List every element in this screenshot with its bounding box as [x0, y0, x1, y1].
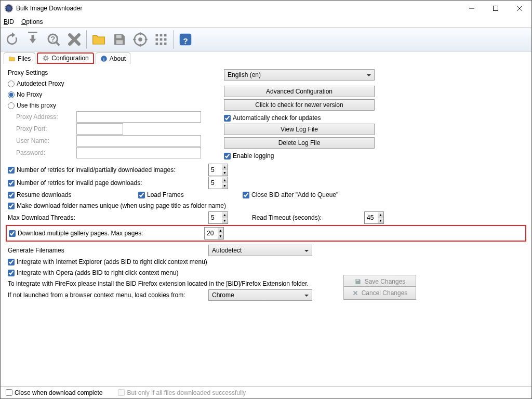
proxy-user-label: User Name: [16, 137, 73, 144]
max-threads-label: Max Download Threads: [8, 214, 205, 221]
maximize-button[interactable] [484, 1, 508, 16]
svg-text:?: ? [50, 34, 55, 43]
language-value: English (en) [228, 71, 261, 78]
cookies-select[interactable]: Chrome [208, 289, 312, 301]
spinner-max-pages[interactable]: ▲▼ [204, 227, 224, 240]
help-search-icon[interactable]: ? [44, 30, 63, 49]
check-close-after-queue[interactable]: Close BID after "Add to Queue" [243, 191, 338, 198]
language-select[interactable]: English (en) [224, 69, 375, 81]
cancel-changes-button[interactable]: Cancel Changes [343, 286, 416, 300]
proxy-password-input[interactable] [76, 147, 201, 158]
svg-rect-19 [160, 38, 163, 41]
folder-icon[interactable] [89, 30, 108, 49]
toolbar: ? ? [1, 28, 531, 51]
svg-text:i: i [103, 57, 104, 61]
tab-label: About [110, 55, 126, 62]
svg-line-34 [44, 59, 45, 60]
footer: Close when download complete But only if… [1, 386, 531, 398]
check-newer-button[interactable]: Click to check for newer version [224, 99, 375, 111]
gear-icon [42, 55, 49, 62]
check-resume[interactable]: Resume downloads [8, 191, 135, 198]
check-retries-images[interactable]: Number of retries for invalid/partially … [8, 166, 205, 174]
proxy-title: Proxy Settings [8, 69, 221, 76]
svg-rect-22 [160, 43, 163, 45]
titlebar[interactable]: Bulk Image Downloader [1, 1, 531, 16]
svg-line-5 [56, 42, 59, 45]
proxy-group: Proxy Settings Autodetect Proxy No Proxy… [8, 69, 221, 159]
check-loadframes[interactable]: Load Frames [138, 191, 240, 198]
svg-rect-1 [494, 6, 498, 11]
minimize-button[interactable] [460, 1, 484, 16]
proxy-user-input[interactable] [76, 135, 201, 147]
refresh-icon[interactable] [3, 30, 21, 49]
check-multi-gallery[interactable]: Download multiple gallery pages. Max pag… [9, 230, 204, 237]
tab-about[interactable]: i About [96, 52, 130, 64]
spinner-max-threads[interactable]: ▲▼ [208, 211, 228, 224]
cancel-icon [352, 290, 358, 296]
proxy-address-label: Proxy Address: [16, 113, 73, 121]
svg-rect-7 [116, 35, 122, 38]
config-panel: Proxy Settings Autodetect Proxy No Proxy… [1, 64, 531, 386]
check-integrate-opera[interactable]: Integrate with Opera (adds BID to right … [8, 269, 178, 276]
tab-label: Configuration [51, 55, 88, 62]
svg-line-33 [47, 56, 48, 57]
svg-rect-37 [356, 280, 359, 281]
svg-rect-8 [116, 40, 123, 44]
tabstrip: Files Configuration i About [1, 51, 531, 64]
check-only-all-files[interactable]: But only if all files downloaded success… [118, 389, 246, 396]
cancel-icon[interactable] [65, 30, 84, 49]
spinner-read-timeout[interactable]: ▲▼ [364, 211, 384, 224]
menubar: BID Options [1, 16, 531, 28]
svg-point-26 [44, 57, 47, 60]
svg-point-10 [138, 37, 142, 42]
generate-filenames-label: Generate Filenames [8, 247, 205, 254]
radio-autodetect-proxy[interactable]: Autodetect Proxy [8, 80, 64, 87]
spinner-retries-pages[interactable]: ▲▼ [208, 177, 228, 189]
tab-label: Files [18, 55, 31, 62]
generate-filenames-select[interactable]: Autodetect [208, 245, 312, 256]
info-icon: i [100, 55, 108, 62]
svg-rect-18 [156, 38, 158, 41]
save-icon [354, 278, 362, 285]
window-title: Bulk Image Downloader [16, 5, 460, 12]
check-unique-folders[interactable]: Make download folder names unique (when … [8, 202, 226, 209]
svg-rect-16 [160, 34, 163, 37]
spinner-retries-images[interactable]: ▲▼ [208, 164, 228, 176]
svg-line-31 [44, 56, 45, 57]
grid-icon[interactable] [152, 30, 170, 49]
svg-text:?: ? [183, 36, 188, 45]
cookies-label: If not launched from a browser context m… [8, 291, 205, 299]
advanced-config-button[interactable]: Advanced Configuration [224, 86, 375, 97]
svg-rect-15 [156, 34, 158, 37]
check-autoupdates[interactable]: Automatically check for updates [224, 114, 321, 122]
help-icon[interactable]: ? [176, 30, 195, 49]
proxy-port-input[interactable] [76, 123, 123, 135]
menu-options[interactable]: Options [21, 18, 43, 25]
check-retries-pages[interactable]: Number of retries for invalid page downl… [8, 179, 205, 187]
view-log-button[interactable]: View Log File [224, 124, 375, 135]
svg-rect-23 [164, 43, 167, 45]
proxy-port-label: Proxy Port: [16, 125, 73, 132]
check-enable-logging[interactable]: Enable logging [224, 152, 274, 159]
delete-log-button[interactable]: Delete Log File [224, 137, 375, 149]
radio-no-proxy[interactable]: No Proxy [8, 91, 42, 98]
radio-use-proxy[interactable]: Use this proxy [8, 102, 56, 109]
close-button[interactable] [508, 1, 531, 16]
firefox-note: To integrate with FireFox please install… [8, 280, 335, 287]
svg-line-32 [47, 59, 48, 60]
tab-configuration[interactable]: Configuration [37, 52, 94, 64]
svg-rect-17 [164, 34, 167, 37]
proxy-address-input[interactable] [76, 111, 201, 123]
gear-icon[interactable] [131, 30, 150, 49]
svg-rect-21 [156, 43, 158, 45]
read-timeout-label: Read Timeout (seconds): [252, 214, 361, 221]
check-integrate-ie[interactable]: Integrate with Internet Explorer (adds B… [8, 258, 207, 265]
menu-bid[interactable]: BID [4, 18, 14, 25]
save-icon[interactable] [110, 30, 129, 49]
check-close-when-done[interactable]: Close when download complete [6, 389, 102, 396]
svg-rect-20 [164, 38, 167, 41]
folder-icon [8, 55, 16, 62]
download-icon[interactable] [23, 30, 42, 49]
app-icon [5, 4, 13, 12]
tab-files[interactable]: Files [4, 52, 35, 64]
